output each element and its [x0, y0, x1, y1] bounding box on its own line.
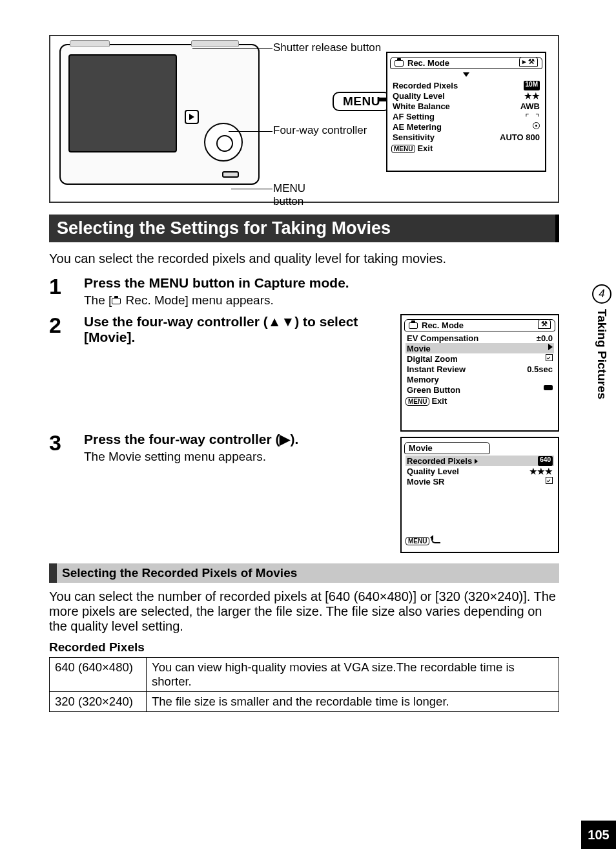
lcd1-title: Rec. Mode [407, 58, 449, 68]
step-3: 3 Press the four-way controller (▶). The… [49, 432, 393, 464]
label-shutter: Shutter release button [273, 41, 383, 54]
recorded-pixels-table: 640 (640×480) You can view high-quality … [49, 657, 559, 712]
metering-icon [533, 122, 540, 129]
table-row: 320 (320×240) The file size is smaller a… [50, 692, 559, 712]
camera-lcd [68, 54, 177, 152]
step-3-desc: The Movie setting menu appears. [84, 450, 393, 464]
menu-button-icon [222, 171, 239, 178]
menu-keycap: MENU [333, 92, 391, 111]
intro-paragraph: You can select the recorded pixels and q… [49, 251, 559, 266]
check-icon [546, 477, 553, 484]
section-heading: Selecting the Settings for Taking Movies [49, 215, 559, 242]
check-icon [546, 354, 553, 361]
dpad-icon [204, 123, 243, 162]
play-button-icon [185, 110, 199, 124]
lcd-rec-mode-2: Rec. Mode ⚒ EV Compensation±0.0 Movie Di… [400, 314, 559, 432]
lcd3-title: Movie [409, 443, 433, 453]
step-2-title: Use the four-way controller (▲▼) to sele… [84, 314, 393, 345]
chevron-right-icon [548, 344, 553, 350]
step-2: 2 Use the four-way controller (▲▼) to se… [49, 314, 393, 348]
label-fourway: Four-way controller [273, 124, 370, 137]
chapter-title: Taking Pictures [595, 309, 609, 399]
sub-heading: Selecting the Recorded Pixels of Movies [49, 563, 559, 583]
lcd-movie: Movie Recorded Pixels 640 Quality Level★… [400, 437, 559, 553]
label-menu-button: MENU button [273, 182, 305, 208]
step-1-desc: The [ Rec. Mode] menu appears. [84, 293, 559, 308]
lcd2-title: Rec. Mode [422, 320, 464, 330]
chapter-number: 4 [592, 284, 611, 304]
back-icon [431, 537, 440, 543]
chevron-down-icon [463, 72, 469, 77]
camera-icon [112, 298, 121, 304]
green-button-icon [544, 385, 553, 390]
camera-body-illustration: Shutter release button Four-way controll… [59, 44, 260, 185]
tool-tab-icon: ▸ ⚒ [519, 57, 538, 67]
chevron-right-icon [475, 459, 478, 464]
lcd-rec-mode-1: Rec. Mode ▸ ⚒ Recorded Pixels10M Quality… [386, 52, 546, 172]
camera-icon [409, 322, 418, 329]
camera-diagram: Shutter release button Four-way controll… [49, 35, 559, 203]
tool-tab-icon: ⚒ [538, 319, 551, 329]
page-number: 105 [581, 821, 616, 849]
step-1: 1 Press the MENU button in Capture mode.… [49, 275, 559, 308]
step-3-title: Press the four-way controller (▶). [84, 432, 393, 447]
sub-paragraph: You can select the number of recorded pi… [49, 589, 559, 634]
table-row: 640 (640×480) You can view high-quality … [50, 658, 559, 692]
table-title: Recorded Pixels [49, 640, 559, 655]
camera-icon [395, 60, 404, 67]
step-1-title: Press the MENU button in Capture mode. [84, 275, 559, 291]
chapter-tab: 4 Taking Pictures [588, 284, 616, 465]
